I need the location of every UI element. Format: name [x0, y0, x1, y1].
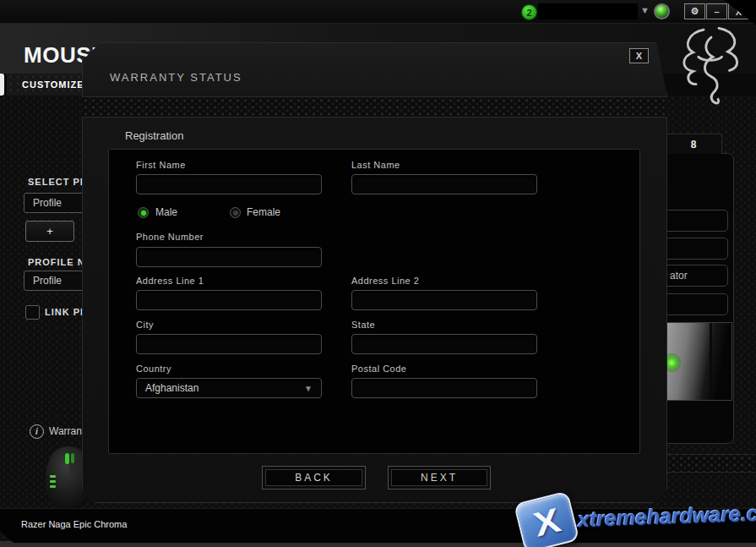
last-name-label: Last Name [351, 160, 400, 170]
address1-input[interactable] [136, 290, 322, 310]
country-select-value: Afghanistan [145, 382, 199, 394]
registration-form: First Name Last Name Male Female Phone N… [108, 149, 640, 454]
watermark: X xtremehardware.com [508, 484, 754, 547]
city-label: City [136, 320, 154, 330]
razer-logo [673, 24, 749, 110]
dialog-close-button[interactable]: X [629, 48, 649, 63]
registration-section-title: Registration [125, 129, 183, 142]
app-window: MOUSE 2 ▼ ⚙ – X CUSTOMIZE SELECT PR Prof… [0, 0, 756, 547]
address2-label: Address Line 2 [351, 276, 419, 286]
watermark-x-letter: X [530, 501, 564, 544]
account-dropdown-icon[interactable]: ▼ [640, 5, 650, 15]
male-radio[interactable] [138, 207, 149, 218]
titlebar: 2 ▼ ⚙ – X [0, 0, 756, 24]
account-name-redacted [538, 3, 638, 19]
active-tab-indicator [0, 74, 4, 96]
settings-button[interactable]: ⚙ [684, 3, 705, 19]
last-name-input[interactable] [351, 174, 537, 194]
button-count-tab[interactable]: 8 [665, 134, 722, 154]
next-button[interactable]: NEXT [388, 466, 491, 490]
profile-name-value: Profile [33, 275, 62, 287]
state-label: State [351, 320, 375, 330]
postal-label: Postal Code [351, 364, 406, 374]
first-name-label: First Name [136, 160, 186, 170]
address1-label: Address Line 1 [136, 276, 204, 286]
partial-option-text: ator [670, 270, 688, 282]
dialog-title: WARRANTY STATUS [110, 71, 242, 84]
phone-label: Phone Number [136, 232, 204, 242]
info-icon: i [30, 424, 44, 439]
phone-input[interactable] [136, 247, 322, 267]
profile-select-value: Profile [33, 197, 62, 209]
first-name-input[interactable] [136, 174, 322, 194]
mouse-closeup-image [666, 322, 732, 401]
female-radio-label[interactable]: Female [247, 206, 280, 218]
minimize-button[interactable]: – [706, 3, 727, 19]
back-button-label: BACK [265, 469, 362, 486]
country-label: Country [136, 364, 171, 374]
chevron-down-icon: ▼ [304, 384, 313, 393]
dialog-divider-band [82, 96, 667, 118]
link-program-label: LINK PR [45, 307, 88, 317]
female-radio[interactable] [230, 207, 241, 218]
watermark-site-text: xtremehardware.com [578, 500, 756, 532]
back-button[interactable]: BACK [262, 466, 366, 490]
tab-customize[interactable]: CUSTOMIZE [7, 74, 84, 96]
gear-icon: ⚙ [691, 6, 699, 17]
country-select[interactable]: Afghanistan ▼ [136, 378, 322, 398]
select-profile-label: SELECT PR [28, 177, 88, 187]
postal-input[interactable] [351, 378, 537, 398]
state-input[interactable] [351, 334, 537, 354]
device-name-label: Razer Naga Epic Chroma [21, 519, 127, 529]
address2-input[interactable] [351, 290, 537, 310]
next-button-label: NEXT [391, 469, 487, 486]
add-profile-button[interactable]: + [25, 221, 74, 242]
city-input[interactable] [136, 334, 322, 354]
status-led [654, 3, 670, 19]
link-program-checkbox[interactable] [25, 305, 40, 320]
warranty-dialog: WARRANTY STATUS X Registration First Nam… [82, 42, 667, 503]
watermark-x-icon: X [514, 490, 580, 547]
device-count-badge: 2 [521, 4, 537, 20]
male-radio-label[interactable]: Male [155, 206, 177, 218]
